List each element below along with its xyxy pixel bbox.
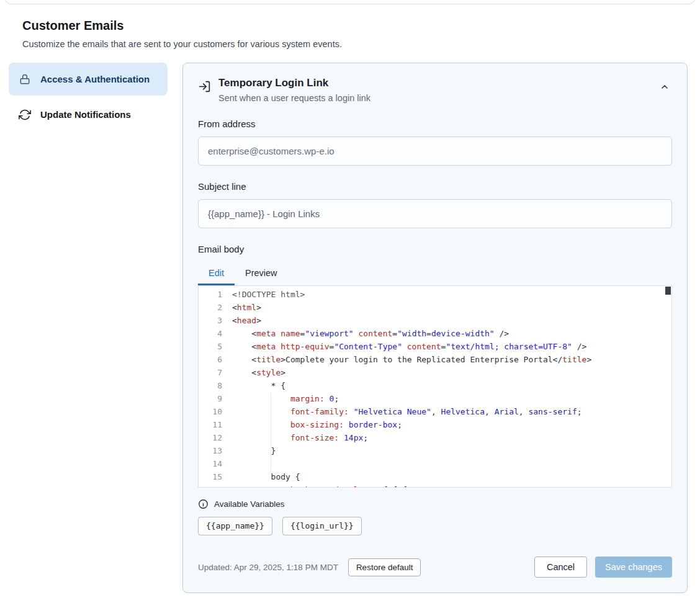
temporary-login-link-card: Temporary Login Link Sent when a user re…	[182, 63, 688, 593]
card-header-text: Temporary Login Link Sent when a user re…	[218, 77, 370, 103]
editor-code[interactable]: <!DOCTYPE html><html><head> <meta name="…	[222, 288, 671, 487]
variable-chip[interactable]: {{login_url}}	[282, 517, 362, 535]
tab-edit[interactable]: Edit	[198, 260, 235, 285]
email-categories-sidebar: Access & Authentication Update Notificat…	[9, 63, 168, 132]
card-footer: Updated: Apr 29, 2025, 1:18 PM MDT Resto…	[198, 557, 672, 578]
lock-icon	[19, 73, 31, 86]
editor-gutter: 12345678910111213141516	[199, 288, 222, 487]
variable-chips: {{app_name}}{{login_url}}	[198, 517, 672, 535]
updated-timestamp: Updated: Apr 29, 2025, 1:18 PM MDT	[198, 563, 338, 572]
page-title: Customer Emails	[22, 19, 678, 33]
email-body-label: Email body	[198, 244, 672, 254]
available-variables-label: Available Variables	[214, 499, 285, 509]
page-header: Customer Emails Customize the emails tha…	[0, 0, 700, 49]
tab-preview[interactable]: Preview	[235, 260, 288, 285]
chevron-up-icon	[660, 84, 670, 94]
login-icon	[198, 80, 211, 93]
card-title: Temporary Login Link	[218, 77, 370, 89]
restore-default-button[interactable]: Restore default	[348, 558, 421, 576]
from-address-input[interactable]	[198, 136, 672, 166]
refresh-icon	[19, 109, 31, 121]
card-subtitle: Sent when a user requests a login link	[218, 93, 370, 103]
save-changes-button[interactable]: Save changes	[595, 557, 672, 578]
card-header: Temporary Login Link Sent when a user re…	[198, 77, 672, 103]
cancel-button[interactable]: Cancel	[534, 557, 587, 578]
variable-chip[interactable]: {{app_name}}	[198, 517, 272, 535]
info-icon	[198, 499, 209, 509]
email-body-editor[interactable]: 12345678910111213141516 <!DOCTYPE html><…	[198, 285, 672, 488]
subject-line-label: Subject line	[198, 181, 672, 192]
email-body-tabs: Edit Preview	[198, 260, 672, 285]
sidebar-item-access-authentication[interactable]: Access & Authentication	[9, 63, 168, 96]
content-area: Access & Authentication Update Notificat…	[9, 63, 688, 593]
from-address-label: From address	[198, 118, 672, 129]
collapse-button[interactable]	[657, 79, 672, 96]
subject-line-input[interactable]	[198, 199, 672, 228]
previous-card-edge	[5, 0, 695, 4]
sidebar-item-update-notifications[interactable]: Update Notifications	[9, 98, 168, 131]
page-subtitle: Customize the emails that are sent to yo…	[22, 39, 678, 49]
sidebar-item-label: Update Notifications	[40, 107, 131, 122]
available-variables-header: Available Variables	[198, 499, 672, 509]
sidebar-item-label: Access & Authentication	[40, 72, 150, 86]
